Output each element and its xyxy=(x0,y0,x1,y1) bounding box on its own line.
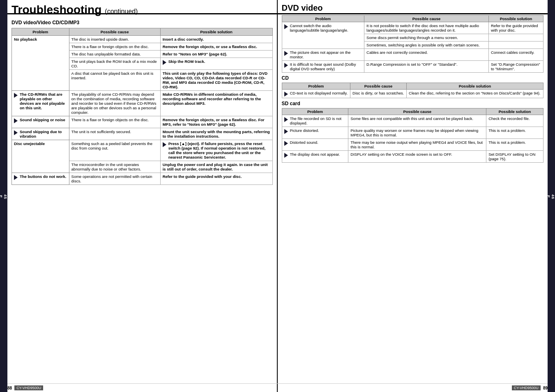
table-row: The picture does not appear on the monit… xyxy=(282,49,543,61)
problem-cell: The CD-R/RWs that are playable on other … xyxy=(12,91,69,116)
problem-cell: Disc unejectable xyxy=(12,140,69,173)
cause-cell: Cables are not correctly connected. xyxy=(364,49,489,61)
table-row: Picture distorted.Picture quality may wo… xyxy=(282,127,543,139)
bottom-left: 88 CY-VHD9500U xyxy=(7,385,43,390)
solution-cell: Check the recorded file. xyxy=(486,115,543,127)
tab-lang-s-right: S xyxy=(524,195,528,198)
sd-col-cause: Possible cause xyxy=(348,108,486,115)
table-row: The buttons do not work.Some operations … xyxy=(12,173,273,185)
solution-cell xyxy=(488,42,543,49)
solution-cell: Refer to the guide provided with your di… xyxy=(488,22,543,34)
cause-cell: The unit plays back the ROM track of a m… xyxy=(69,58,160,70)
solution-cell: Mount the unit securely with the mountin… xyxy=(160,128,272,140)
problem-cell: The display does not appear. xyxy=(282,151,348,163)
cd-header-row: Problem Possible cause Possible solution xyxy=(282,83,543,90)
tab-lang-e-left: E xyxy=(0,195,3,198)
solution-cell: This is not a problem. xyxy=(486,139,543,151)
solution-cell: This unit can only play the following ty… xyxy=(160,70,272,91)
sd-col-problem: Problem xyxy=(282,108,348,115)
model-badge-right: CY-VHD9500U xyxy=(512,385,541,390)
cause-cell: Some operations are not permitted with c… xyxy=(69,173,160,185)
cause-cell: The microcontroller in the unit operates… xyxy=(69,161,160,173)
cause-cell: A disc that cannot be played back on thi… xyxy=(69,70,160,91)
cause-cell: D.Range Compression is set to "OFF" or "… xyxy=(364,61,489,73)
problem-cell: It is difficult to hear quiet sound (Dol… xyxy=(282,61,364,73)
cd-section-header: CD xyxy=(282,75,544,81)
cause-cell: There is a flaw or foreign objects on th… xyxy=(69,43,160,51)
dvd-header-row: Problem Possible cause Possible solution xyxy=(282,16,543,22)
main-content: Troubleshooting (continued) DVD video/Vi… xyxy=(7,0,548,392)
row-arrow-icon xyxy=(284,24,288,29)
table-header-row: Problem Possible cause Possible solution xyxy=(12,28,273,36)
solution-cell: Press [▲] (eject). If failure persists, … xyxy=(160,140,272,161)
right-section-title: DVD video xyxy=(282,3,323,13)
solution-cell: Clean the disc, referring to the section… xyxy=(407,90,543,98)
problem-cell: Distorted sound. xyxy=(282,139,348,151)
row-arrow-icon xyxy=(14,130,18,135)
sd-col-solution: Possible solution xyxy=(486,108,543,115)
right-side-tab: 46 E N G L I S H xyxy=(548,0,555,392)
solution-cell: Set DISPLAY setting to ON (page 75). xyxy=(486,151,543,163)
table-row: CD-text is not displayed normally.Disc i… xyxy=(282,90,543,98)
dvd-col-solution: Possible solution xyxy=(488,16,543,22)
cause-cell: Sometimes, switching angles is possible … xyxy=(364,42,489,49)
row-arrow-icon xyxy=(284,63,288,68)
row-arrow-icon xyxy=(284,153,288,158)
table-row: Cannot switch the audio language/subtitl… xyxy=(282,22,543,34)
row-arrow-icon xyxy=(284,51,288,56)
tab-lang-i-right: I xyxy=(528,196,533,198)
solution-cell: Remove the foreign objects, or use a fla… xyxy=(160,116,272,128)
table-row: No playbackThe disc is inserted upside d… xyxy=(12,36,273,43)
cause-cell: There may be some noise output when play… xyxy=(348,139,486,151)
problem-cell: The file recorded on SD is not displayed… xyxy=(282,115,348,127)
cd-table: Problem Possible cause Possible solution… xyxy=(282,83,544,98)
tab-lang-e-right: E xyxy=(546,195,550,198)
solution-cell: Refer to the guide provided with your di… xyxy=(160,173,272,185)
col-cause: Possible cause xyxy=(69,28,160,36)
left-page: Troubleshooting (continued) DVD video/Vi… xyxy=(7,0,278,392)
solution-cell: Skip the ROM track. xyxy=(160,58,272,70)
row-arrow-icon xyxy=(284,117,288,122)
sd-header-row: Problem Possible cause Possible solution xyxy=(282,108,543,115)
page-title: Troubleshooting xyxy=(12,3,101,16)
tab-lang-h-right: H xyxy=(520,195,524,198)
cause-cell: Something such as a peeled label prevent… xyxy=(69,140,160,161)
model-badge-left: CY-VHD9500U xyxy=(14,385,43,390)
solution-cell: Remove the foreign objects, or use a fla… xyxy=(160,43,272,51)
row-arrow-icon xyxy=(14,93,18,98)
table-row: The CD-R/RWs that are playable on other … xyxy=(12,91,273,116)
problem-cell: CD-text is not displayed normally. xyxy=(282,90,350,98)
cause-cell: The unit is not sufficiently secured. xyxy=(69,128,160,140)
row-arrow-icon xyxy=(14,175,18,180)
table-row: Sound skipping due to vibrationThe unit … xyxy=(12,128,273,140)
right-page: DVD video Problem Possible cause Possibl… xyxy=(278,0,548,392)
col-solution: Possible solution xyxy=(160,28,272,36)
solution-cell xyxy=(488,34,543,42)
cd-col-cause: Possible cause xyxy=(350,83,407,90)
solution-cell: Insert a disc correctly. xyxy=(160,36,272,43)
problem-cell: Sound skipping due to vibration xyxy=(12,128,69,140)
cause-cell: Picture quality may worsen or some frame… xyxy=(348,127,486,139)
solution-arrow-icon xyxy=(163,60,166,65)
problem-cell: The buttons do not work. xyxy=(12,173,69,185)
left-section-title: DVD video/Video CD/CD/MP3 xyxy=(12,20,273,25)
problem-cell: No playback xyxy=(12,36,69,91)
cause-cell: Some files are not compatible with this … xyxy=(348,115,486,127)
cause-cell: The playability of some CD-R/RWs may dep… xyxy=(69,91,160,116)
problem-cell: Cannot switch the audio language/subtitl… xyxy=(282,22,364,49)
tab-left-num: 45 xyxy=(3,194,7,199)
table-row: Distorted sound.There may be some noise … xyxy=(282,139,543,151)
tab-lang-g-right: G xyxy=(537,195,542,198)
cd-col-problem: Problem xyxy=(282,83,350,90)
problem-cell: The picture does not appear on the monit… xyxy=(282,49,364,61)
cause-cell: There is a flaw or foreign objects on th… xyxy=(69,116,160,128)
cause-cell: It is not possible to switch if the disc… xyxy=(364,22,489,34)
table-row: Disc unejectableSomething such as a peel… xyxy=(12,140,273,161)
dvd-video-table: Problem Possible cause Possible solution… xyxy=(282,15,544,73)
cause-cell: The disc has unplayable formatted data. xyxy=(69,51,160,58)
problem-cell: Sound skipping or noise xyxy=(12,116,69,128)
dvd-col-problem: Problem xyxy=(282,16,364,22)
bottom-bar: 88 CY-VHD9500U 89 CY-VHD9500U xyxy=(7,383,548,392)
tab-lang-l-right: L xyxy=(533,196,537,198)
col-problem: Problem xyxy=(12,28,69,36)
